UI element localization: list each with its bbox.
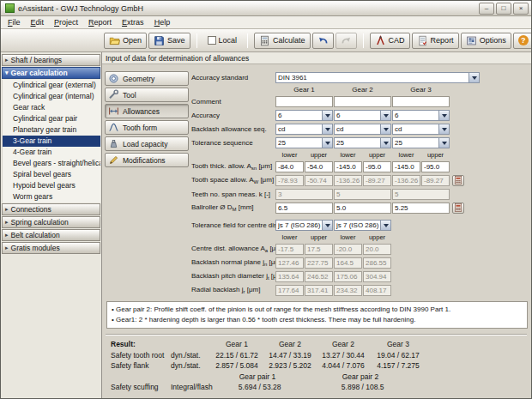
tolerance-seq-gear3-select[interactable]: 25: [392, 137, 450, 148]
chevron-down-icon[interactable]: [438, 124, 449, 134]
tooth-form-label: Tooth form: [123, 124, 157, 132]
tooth-thick-cell[interactable]: -54.0: [305, 161, 333, 172]
tooth-form-button[interactable]: Tooth form: [105, 120, 189, 135]
flank-value: 4.157 / 7.275: [370, 361, 426, 370]
menu-report[interactable]: Report: [83, 17, 117, 27]
accuracy-gear2-select[interactable]: 6: [334, 110, 391, 121]
accuracy-standard-select[interactable]: DIN 3961: [275, 72, 480, 83]
chevron-down-icon[interactable]: [469, 73, 479, 82]
comment-gear2-input[interactable]: [334, 96, 391, 107]
scuffing-mode: Integral/flash: [171, 383, 213, 391]
sidebar-group-gratis-modules[interactable]: ▸ Gratis modules: [2, 242, 100, 254]
close-button[interactable]: ×: [513, 3, 529, 15]
tooth-thick-cell[interactable]: -84.0: [275, 161, 304, 172]
sidebar-item-hypoid-bevel-gears[interactable]: Hypoid bevel gears: [3, 180, 100, 191]
report-button[interactable]: Report: [412, 33, 459, 49]
flank-value: 2.923 / 5.202: [263, 361, 317, 370]
row-tooth-space-allowance: Tooth space allow. AW [μm] -78.93 -50.74…: [191, 174, 532, 186]
sidebar-item-spiral-bevel-gears[interactable]: Spiral bevel gears: [3, 169, 100, 180]
ballroller-cell[interactable]: 6.5: [275, 203, 333, 214]
checkbox-icon[interactable]: [208, 36, 216, 45]
main-panel: Input of data for determination of allow…: [102, 52, 531, 398]
chevron-down-icon[interactable]: [380, 138, 390, 148]
load-capacity-button[interactable]: Load capacity: [105, 136, 189, 151]
sidebar-group-connections[interactable]: ▸ Connections: [2, 203, 100, 215]
chevron-down-icon[interactable]: [380, 124, 390, 134]
row-radial-backlash: Radial backlash jr [μm] 177.64 317.41 23…: [191, 284, 532, 296]
tooth-thick-cell[interactable]: -95.0: [421, 161, 450, 172]
backlash-seq-gear2-select[interactable]: cd: [334, 124, 391, 135]
warning-line: • Gear pair 2: Profile shift coeff. of t…: [112, 305, 523, 315]
ballroller-cell[interactable]: 5.0: [334, 203, 391, 214]
chevron-down-icon[interactable]: [322, 111, 332, 120]
sidebar-group-spring-calculation[interactable]: ▸ Spring calculation: [2, 216, 100, 228]
menu-extras[interactable]: Extras: [117, 17, 149, 27]
sidebar-group-gear-calculation[interactable]: ▾ Gear calculation: [2, 67, 100, 79]
modifications-button[interactable]: Modifications: [105, 153, 189, 167]
sidebar-item-3-gear-train[interactable]: 3-Gear train: [3, 136, 100, 147]
sidebar-group-belt-calculation[interactable]: ▸ Belt calculation: [2, 229, 100, 241]
tolerance-seq-gear2-value: 25: [335, 138, 380, 148]
label-text: Backlash normal plane j: [191, 258, 264, 266]
result-scuffing-row: Safety scuffing Integral/flash 5.694 / 5…: [106, 382, 527, 393]
maximize-button[interactable]: □: [496, 3, 511, 15]
sidebar-group-label: Belt calculation: [11, 231, 60, 239]
allowances-button[interactable]: Allowances: [105, 104, 189, 118]
tolerance-field-pair1-select[interactable]: js 7 (ISO 286): [275, 220, 333, 231]
sidebar-item-planetary-gear-train[interactable]: Planetary gear train: [3, 124, 100, 136]
tooth-thick-cell[interactable]: -145.0: [334, 161, 362, 172]
chevron-down-icon[interactable]: [380, 221, 390, 230]
backlash-seq-gear1-select[interactable]: cd: [275, 124, 333, 135]
cad-compass-icon: [375, 35, 386, 46]
sidebar-item-worm-gears[interactable]: Worm gears: [3, 191, 100, 203]
ballroller-calc-button[interactable]: [452, 203, 464, 214]
accuracy-gear1-select[interactable]: 6: [275, 110, 333, 121]
accuracy-gear3-select[interactable]: 6: [392, 110, 450, 121]
chevron-down-icon[interactable]: [438, 138, 449, 148]
tooth-thick-cell[interactable]: -145.0: [392, 161, 420, 172]
redo-button[interactable]: [336, 33, 357, 49]
geometry-button[interactable]: Geometry: [105, 71, 189, 86]
cad-button[interactable]: CAD: [370, 33, 410, 49]
sidebar-item-cylindrical-gear-internal[interactable]: Cylindrical gear (internal): [3, 91, 100, 102]
options-sliders-icon: [466, 35, 477, 46]
calculate-button[interactable]: Calculate: [254, 33, 311, 49]
tooth-space-calc-button[interactable]: [452, 175, 464, 186]
sidebar-item-4-gear-train[interactable]: 4-Gear train: [3, 147, 100, 158]
tolerance-seq-gear2-select[interactable]: 25: [334, 137, 391, 148]
geometry-icon: [108, 73, 119, 84]
menu-edit[interactable]: Edit: [26, 17, 50, 27]
chevron-down-icon[interactable]: [380, 111, 390, 120]
menu-project[interactable]: Project: [49, 17, 83, 27]
save-disk-icon: [154, 35, 165, 46]
chevron-down-icon[interactable]: [322, 221, 332, 230]
tolerance-field-pair2-select[interactable]: js 7 (ISO 286): [334, 220, 391, 231]
tolerance-field-pair2-value: js 7 (ISO 286): [335, 221, 380, 230]
minimize-button[interactable]: –: [479, 3, 494, 15]
local-checkbox[interactable]: Local: [203, 33, 242, 49]
upper-header: upper: [421, 151, 450, 159]
accuracy-standard-label: Accuracy standard: [191, 74, 275, 82]
sidebar-group-shaft-bearings[interactable]: ▸ Shaft / bearings: [2, 54, 100, 66]
chevron-down-icon[interactable]: [438, 111, 449, 120]
open-button[interactable]: Open: [104, 33, 147, 49]
sidebar-item-bevel-gears[interactable]: Bevel gears - straight/helical: [3, 158, 100, 169]
sidebar-item-cylindrical-gear-external[interactable]: Cylindrical gear (external): [3, 80, 100, 91]
chevron-down-icon[interactable]: [322, 124, 332, 134]
comment-gear1-input[interactable]: [275, 96, 333, 107]
comment-gear3-input[interactable]: [392, 96, 450, 107]
tooth-thick-cell[interactable]: -95.0: [363, 161, 391, 172]
sidebar-item-cylindrical-gear-pair[interactable]: Cylindrical gear pair: [3, 113, 100, 124]
ballroller-cell[interactable]: 5.25: [392, 203, 450, 214]
save-button[interactable]: Save: [148, 33, 190, 49]
sidebar-item-gear-rack[interactable]: Gear rack: [3, 102, 100, 113]
tolerance-seq-gear1-select[interactable]: 25: [275, 137, 333, 148]
help-button[interactable]: Help: [513, 33, 532, 49]
chevron-down-icon[interactable]: [322, 138, 332, 148]
menu-file[interactable]: File: [3, 17, 26, 27]
menu-help[interactable]: Help: [149, 17, 176, 27]
tool-button[interactable]: Tool: [105, 88, 189, 102]
options-button[interactable]: Options: [461, 33, 511, 49]
backlash-seq-gear3-select[interactable]: cd: [392, 124, 450, 135]
undo-button[interactable]: [312, 33, 334, 49]
